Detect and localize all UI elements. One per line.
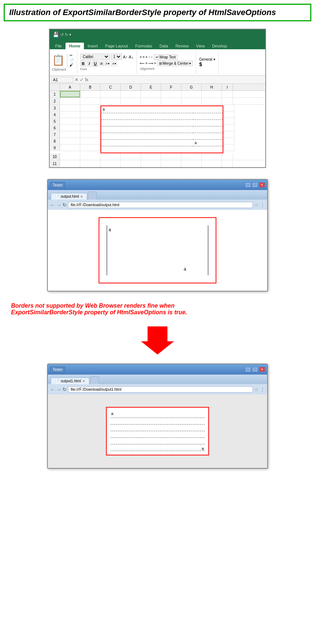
tab-insert[interactable]: Insert (84, 43, 102, 49)
window-controls2: — □ ✕ (245, 367, 265, 372)
save-icon: 💾 (53, 32, 59, 37)
cell-dashed (193, 106, 223, 113)
name-box[interactable]: A1 (51, 77, 73, 83)
minimize-button[interactable]: — (245, 182, 251, 187)
row-num-5: 5 (50, 118, 60, 125)
tab-home[interactable]: Home (66, 43, 84, 49)
wrap-text-button[interactable]: ↵ Wrap Text (154, 54, 178, 60)
italic-button[interactable]: I (87, 61, 91, 67)
cell-b1[interactable] (80, 91, 100, 97)
tab2-close-button[interactable]: ✕ (82, 379, 85, 383)
maximize-button2[interactable]: □ (252, 367, 258, 372)
clipboard-label: Clipboard (52, 68, 66, 71)
row-num-4: 4 (50, 111, 60, 118)
forward-button[interactable]: → (56, 202, 61, 208)
cell-e1[interactable] (141, 91, 161, 97)
underline-button[interactable]: U (92, 61, 98, 67)
minimize-button2[interactable]: — (245, 367, 251, 372)
output-box-inner: a a (107, 225, 208, 275)
middle-line2: ExportSimilarBorderStyle property of Htm… (11, 309, 304, 316)
page-title: Illustration of ExportSimilarBorderStyle… (9, 8, 276, 17)
table-row (101, 119, 223, 126)
tab-develop[interactable]: Develop (208, 43, 230, 49)
tab-view[interactable]: View (192, 43, 209, 49)
title-box: Illustration of ExportSimilarBorderStyle… (4, 4, 311, 21)
refresh-button2[interactable]: ↻ (63, 387, 67, 392)
cell-dashed-a (101, 139, 193, 146)
back-button2[interactable]: ← (50, 387, 55, 392)
browser2-tab[interactable]: 📄 output1.html ✕ (51, 378, 89, 384)
font-name-select[interactable]: Calibri (80, 54, 110, 60)
maximize-button[interactable]: □ (252, 182, 258, 187)
row-num-11: 11 (50, 160, 60, 167)
close-button2[interactable]: ✕ (259, 367, 265, 372)
cell-f1[interactable] (161, 91, 181, 97)
table-row (101, 126, 223, 133)
excel-screenshot: 💾 ↺ ↻ ▾ File Home Insert Page Layout For… (49, 29, 266, 168)
bold-button[interactable]: B (80, 61, 86, 67)
address-bar[interactable] (68, 202, 253, 208)
table-row: 1 (50, 91, 265, 98)
cell-dashed (193, 113, 223, 119)
fill-color-button[interactable]: A▾ (105, 61, 110, 66)
tab-close-button[interactable]: ✕ (80, 195, 83, 198)
cell-i1[interactable] (222, 91, 233, 97)
table-row: 4 (50, 111, 100, 118)
refresh-button[interactable]: ↻ (63, 202, 67, 208)
paste-icon: 📋 (52, 54, 65, 66)
alignment-group: ≡ ≡ ≡ ⫶ ↕ ↵ Wrap Text ⟵ ≡ ⟶ ≡ ⊞ Merge & … (140, 51, 197, 74)
indent-icons: ⟵ ≡ ⟶ ≡ (140, 61, 156, 65)
currency-button[interactable]: $ (199, 61, 202, 67)
cell-g1[interactable] (181, 91, 202, 97)
merge-center-button[interactable]: ⊞ Merge & Center ▾ (157, 61, 193, 66)
grid-section: 3 4 5 6 (50, 105, 265, 153)
browser1-titlebar: Tester — □ ✕ (48, 180, 267, 190)
left-cells: 3 4 5 6 (50, 105, 100, 153)
tab-page-layout[interactable]: Page Layout (102, 43, 132, 49)
tab-data[interactable]: Data (156, 43, 171, 49)
cell-dashed (193, 119, 223, 126)
browser2-content: a a (48, 394, 267, 468)
address-bar2[interactable] (68, 386, 253, 393)
table-row: 6 (50, 125, 100, 131)
tab-file[interactable]: File (52, 43, 66, 49)
back-button[interactable]: ← (50, 202, 55, 208)
dashed-line-3 (110, 425, 205, 431)
border-button[interactable]: ⊞ (99, 61, 104, 66)
browser-tab[interactable]: 📄 output.html ✕ (51, 193, 87, 200)
table-row (101, 146, 223, 153)
cell-a-bottom2: a (202, 446, 204, 451)
cell-dashed (101, 126, 193, 133)
table-row: a (101, 106, 223, 113)
bookmark-icon[interactable]: ☆ (254, 202, 259, 208)
cell-a1[interactable] (60, 91, 80, 97)
close-button[interactable]: ✕ (259, 182, 265, 187)
menu-icon[interactable]: ⋮ (260, 202, 265, 208)
general-dropdown[interactable]: General ▾ (199, 57, 215, 61)
browser2-window: Tester — □ ✕ 📄 output1.html ✕ ← → ↻ ☆ ⋮ … (47, 364, 268, 469)
tab-review[interactable]: Review (172, 43, 192, 49)
undo-redo: ↺ ↻ ▾ (60, 32, 71, 37)
align-icons: ≡ ≡ ≡ ⫶ ↕ (140, 55, 153, 59)
down-arrow-icon (141, 323, 174, 356)
cell-c1[interactable] (100, 91, 121, 97)
new-tab-button[interactable] (88, 192, 97, 200)
forward-button2[interactable]: → (56, 387, 61, 392)
bookmark-icon2[interactable]: ☆ (254, 387, 259, 392)
new-tab-button2[interactable] (90, 376, 99, 384)
column-headers: A B C D E F G H I (50, 84, 265, 91)
menu-icon2[interactable]: ⋮ (260, 387, 265, 392)
font-color-button[interactable]: A▾ (112, 61, 117, 66)
insert-function-icon[interactable]: fx (85, 77, 88, 82)
font-size-select[interactable]: 11 (111, 54, 122, 60)
vertical-line-right (208, 225, 208, 275)
row-num-7: 7 (50, 131, 60, 138)
browser2-tabbar: 📄 output1.html ✕ (48, 375, 267, 384)
tab-formulas[interactable]: Formulas (132, 43, 156, 49)
tester-badge2: Tester (50, 366, 65, 373)
browser1-tabbar: 📄 output.html ✕ (48, 190, 267, 200)
excel-grid: A B C D E F G H I 1 2 (50, 84, 265, 167)
cell-d1[interactable] (121, 91, 141, 97)
tab-title: output.html (61, 194, 79, 198)
cell-h1[interactable] (202, 91, 222, 97)
